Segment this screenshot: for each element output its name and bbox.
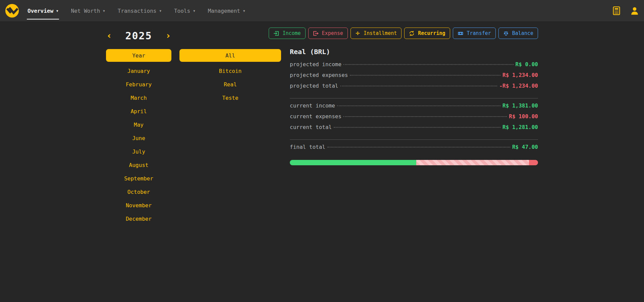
dotted-leader [350, 75, 500, 76]
row-label: projected expenses [290, 72, 348, 78]
row-value: R$ 100.00 [509, 113, 538, 120]
balance-button[interactable]: Balance [498, 28, 538, 39]
previous-year-button[interactable]: ‹ [106, 31, 112, 40]
income-button[interactable]: Income [269, 28, 305, 39]
wallet-title: Real (BRL) [290, 48, 538, 56]
menu-tools[interactable]: Tools ▾ [173, 0, 196, 21]
month-link-march[interactable]: March [130, 95, 147, 101]
row-value: R$ 1,281.00 [502, 124, 538, 130]
list-item: April [106, 104, 171, 118]
installment-button-label: Installment [364, 30, 397, 36]
months-list: January February March April May June Ju… [106, 64, 171, 225]
summary-row-final-total: final total R$ 47.00 [290, 144, 538, 155]
navbar-right [612, 6, 639, 15]
month-link-june[interactable]: June [132, 135, 145, 141]
recurring-button[interactable]: Recurring [404, 28, 450, 39]
balance-button-label: Balance [512, 30, 533, 36]
main-menu: Overview ▾ Net Worth ▾ Transactions ▾ To… [27, 0, 246, 21]
progress-segment-current-expenses [529, 160, 538, 165]
row-label: current total [290, 124, 332, 130]
transfer-button[interactable]: Transfer [453, 28, 496, 39]
period-wallet-selector: ‹ 2025 › Year January February March Apr… [106, 28, 281, 225]
menu-tools-label: Tools [174, 8, 190, 14]
menu-overview-label: Overview [28, 8, 53, 14]
cash-transfer-icon [458, 31, 464, 36]
list-item: May [106, 118, 171, 131]
scales-icon [503, 31, 509, 36]
list-item: February [106, 78, 171, 91]
month-link-august[interactable]: August [129, 162, 149, 168]
wallet-link-teste[interactable]: Teste [222, 95, 238, 101]
calculator-icon[interactable] [612, 6, 621, 15]
chevron-down-icon: ▾ [56, 9, 58, 13]
summary-row-projected-total: projected total -R$ 1,234.00 [290, 83, 538, 93]
summary-row-current-total: current total R$ 1,281.00 [290, 124, 538, 135]
expense-button[interactable]: Expense [308, 28, 348, 39]
top-navbar: Overview ▾ Net Worth ▾ Transactions ▾ To… [0, 0, 644, 22]
row-value: R$ 1,381.00 [502, 102, 538, 109]
list-item: July [106, 145, 171, 158]
row-value: R$ 1,234.00 [502, 72, 538, 78]
month-link-july[interactable]: July [132, 148, 145, 155]
chevron-down-icon: ▾ [103, 9, 105, 13]
list-item: March [106, 91, 171, 104]
dotted-leader [343, 64, 513, 65]
row-value: R$ 0.00 [516, 61, 538, 68]
chevron-down-icon: ▾ [159, 9, 161, 13]
year-navigator: ‹ 2025 › [106, 28, 171, 43]
summary-row-projected-income: projected income R$ 0.00 [290, 61, 538, 72]
installment-button[interactable]: ÷ Installment [351, 28, 401, 39]
menu-management-label: Management [208, 8, 240, 14]
month-link-september[interactable]: September [124, 175, 153, 182]
month-link-december[interactable]: December [126, 216, 152, 222]
menu-transactions[interactable]: Transactions ▾ [117, 0, 162, 21]
dotted-leader [334, 127, 500, 128]
row-value: -R$ 1,234.00 [499, 83, 538, 89]
box-arrow-in-right-icon [273, 31, 279, 36]
section-divider [290, 139, 538, 140]
app-logo-icon[interactable] [5, 3, 19, 18]
summary-row-current-expenses: current expenses R$ 100.00 [290, 113, 538, 124]
divide-icon: ÷ [355, 30, 360, 36]
month-link-january[interactable]: January [127, 68, 150, 74]
menu-transactions-label: Transactions [118, 8, 157, 14]
months-column: Year January February March April May Ju… [106, 49, 171, 225]
row-label: current income [290, 102, 335, 109]
dotted-leader [343, 116, 507, 117]
menu-net-worth[interactable]: Net Worth ▾ [70, 0, 106, 21]
year-filter-button[interactable]: Year [106, 49, 171, 62]
list-item: November [106, 199, 171, 212]
user-icon[interactable] [630, 6, 639, 15]
wallet-link-bitcoin[interactable]: Bitcoin [219, 68, 241, 74]
list-item: December [106, 212, 171, 225]
dotted-leader [327, 147, 510, 147]
recurring-button-label: Recurring [418, 30, 445, 36]
list-item: Teste [179, 91, 281, 104]
month-link-april[interactable]: April [130, 108, 147, 115]
income-button-label: Income [282, 30, 301, 36]
month-link-february[interactable]: February [126, 81, 152, 88]
menu-management[interactable]: Management ▾ [207, 0, 246, 21]
box-arrow-out-right-icon [313, 31, 319, 36]
all-wallets-button[interactable]: All [179, 49, 281, 62]
list-item: Real [179, 78, 281, 91]
row-value: R$ 47.00 [512, 144, 538, 150]
wallet-summary-panel: Income Expense ÷ Installment Recurring [290, 28, 538, 165]
next-year-button[interactable]: › [165, 31, 171, 40]
month-link-november[interactable]: November [126, 202, 152, 209]
summary-row-current-income: current income R$ 1,381.00 [290, 102, 538, 113]
list-item: October [106, 185, 171, 199]
wallet-link-real[interactable]: Real [224, 81, 237, 88]
list-item: January [106, 64, 171, 78]
progress-segment-income [290, 160, 416, 165]
month-link-may[interactable]: May [134, 122, 144, 128]
current-year-label: 2025 [125, 30, 152, 42]
row-label: projected income [290, 61, 341, 68]
month-link-october[interactable]: October [127, 189, 150, 195]
repeat-icon [409, 31, 415, 36]
list-item: August [106, 158, 171, 172]
chevron-down-icon: ▾ [243, 9, 245, 13]
transfer-button-label: Transfer [467, 30, 491, 36]
dotted-leader [337, 105, 500, 106]
menu-overview[interactable]: Overview ▾ [27, 0, 59, 21]
